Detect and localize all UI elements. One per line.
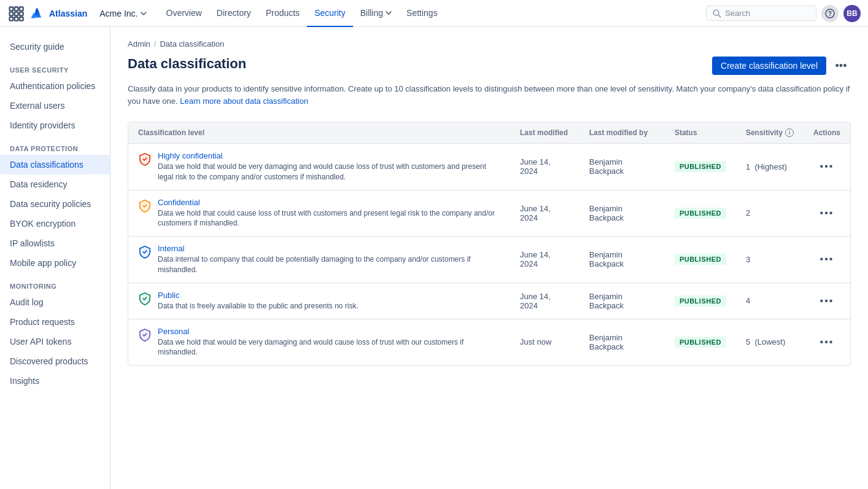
top-navigation: Atlassian Acme Inc. Overview Directory P… <box>0 0 868 27</box>
classification-desc: Data we hold that would be very damaging… <box>158 337 500 358</box>
svg-line-10 <box>718 15 721 17</box>
th-last-modified: Last modified <box>510 122 579 144</box>
cell-status: PUBLISHED <box>665 237 736 283</box>
nav-item-settings[interactable]: Settings <box>399 0 445 27</box>
breadcrumb-separator: / <box>154 39 157 49</box>
page-title: Data classification <box>128 56 246 72</box>
cell-status: PUBLISHED <box>665 319 736 365</box>
create-classification-button[interactable]: Create classification level <box>712 57 826 75</box>
cell-sensitivity: 5 (Lowest) <box>736 319 804 365</box>
classification-info: Highly confidential Data we hold that wo… <box>158 151 500 182</box>
cell-classification: Confidential Data we hold that could cau… <box>128 190 510 237</box>
row-actions-button[interactable]: ••• <box>816 293 838 309</box>
grid-icon[interactable] <box>7 5 25 22</box>
cell-last-modified-by: Benjamin Backpack <box>579 283 665 319</box>
shield-icon-yellow <box>138 199 152 214</box>
cell-sensitivity: 1 (Highest) <box>736 144 804 190</box>
classification-name[interactable]: Public <box>158 291 358 300</box>
sidebar-item-mobile-app-policy[interactable]: Mobile app policy <box>0 253 110 273</box>
logo-area: Atlassian <box>7 5 87 22</box>
cell-status: PUBLISHED <box>665 283 736 319</box>
status-badge: PUBLISHED <box>675 337 726 348</box>
th-actions: Actions <box>804 122 850 144</box>
shield-icon-purple <box>138 328 152 343</box>
sidebar-item-identity-providers[interactable]: Identity providers <box>0 115 110 135</box>
sidebar-item-data-residency[interactable]: Data residency <box>0 174 110 194</box>
row-actions-button[interactable]: ••• <box>816 334 838 350</box>
svg-rect-1 <box>15 7 18 10</box>
classification-info: Internal Data internal to company that c… <box>158 244 500 275</box>
cell-last-modified: Just now <box>510 319 579 365</box>
nav-item-overview[interactable]: Overview <box>159 0 209 27</box>
table-header: Classification level Last modified Last … <box>128 122 850 144</box>
avatar[interactable]: BB <box>843 5 861 22</box>
classification-name[interactable]: Personal <box>158 327 500 336</box>
table-row: Confidential Data we hold that could cau… <box>128 190 850 237</box>
sidebar-item-data-classifications[interactable]: Data classifications <box>0 155 110 174</box>
sidebar-section-data-protection: Data Protection <box>0 135 110 155</box>
breadcrumb-admin[interactable]: Admin <box>128 39 150 49</box>
classification-info: Public Data that is freely available to … <box>158 291 358 311</box>
search-placeholder: Search <box>725 9 750 18</box>
atlassian-logo <box>28 5 45 22</box>
sidebar-item-external-users[interactable]: External users <box>0 96 110 115</box>
brand-name: Atlassian <box>49 9 87 18</box>
th-last-modified-by: Last modified by <box>579 122 665 144</box>
svg-text:?: ? <box>828 10 832 17</box>
sidebar-item-ip-allowlists[interactable]: IP allowlists <box>0 233 110 253</box>
row-actions-button[interactable]: ••• <box>816 158 838 174</box>
cell-actions: ••• <box>804 283 850 319</box>
search-box[interactable]: Search <box>706 6 816 21</box>
status-badge: PUBLISHED <box>675 254 726 265</box>
sidebar-item-authentication-policies[interactable]: Authentication policies <box>0 76 110 96</box>
table-row: Personal Data we hold that would be very… <box>128 319 850 365</box>
more-options-button[interactable]: ••• <box>831 56 851 76</box>
sensitivity-info-icon[interactable]: i <box>785 128 794 137</box>
cell-classification: Personal Data we hold that would be very… <box>128 319 510 365</box>
cell-sensitivity: 2 <box>736 190 804 237</box>
cell-classification: Internal Data internal to company that c… <box>128 237 510 283</box>
header-actions: Create classification level ••• <box>712 56 851 76</box>
cell-status: PUBLISHED <box>665 144 736 190</box>
learn-more-link[interactable]: Learn more about data classification <box>180 96 308 106</box>
company-selector[interactable]: Acme Inc. <box>95 6 151 21</box>
th-status: Status <box>665 122 736 144</box>
cell-last-modified-by: Benjamin Backpack <box>579 144 665 190</box>
nav-item-security[interactable]: Security <box>307 0 353 27</box>
classification-desc: Data internal to company that could be p… <box>158 254 500 275</box>
row-actions-button[interactable]: ••• <box>816 205 838 221</box>
help-button[interactable]: ? <box>821 5 839 22</box>
sidebar-item-user-api-tokens[interactable]: User API tokens <box>0 332 110 351</box>
status-badge: PUBLISHED <box>675 161 726 172</box>
classification-info: Confidential Data we hold that could cau… <box>158 198 500 229</box>
svg-rect-4 <box>15 12 18 15</box>
page-description: Classify data in your products to identi… <box>128 83 851 107</box>
cell-last-modified: June 14, 2024 <box>510 190 579 237</box>
page-layout: Security guide User Security Authenticat… <box>0 27 868 489</box>
nav-item-products[interactable]: Products <box>258 0 307 27</box>
svg-rect-0 <box>10 7 14 10</box>
status-badge: PUBLISHED <box>675 208 726 219</box>
company-name: Acme Inc. <box>99 9 138 18</box>
sidebar-item-byok-encryption[interactable]: BYOK encryption <box>0 214 110 233</box>
nav-item-billing[interactable]: Billing <box>353 0 399 27</box>
sidebar-item-insights[interactable]: Insights <box>0 371 110 391</box>
cell-last-modified: June 14, 2024 <box>510 237 579 283</box>
sidebar-item-product-requests[interactable]: Product requests <box>0 312 110 332</box>
sidebar-item-audit-log[interactable]: Audit log <box>0 292 110 312</box>
classification-name[interactable]: Confidential <box>158 198 500 207</box>
search-icon <box>713 9 721 18</box>
sidebar-item-data-security-policies[interactable]: Data security policies <box>0 194 110 214</box>
table-row: Internal Data internal to company that c… <box>128 237 850 283</box>
classification-name[interactable]: Internal <box>158 244 500 253</box>
cell-status: PUBLISHED <box>665 190 736 237</box>
sidebar-item-discovered-products[interactable]: Discovered products <box>0 351 110 371</box>
cell-classification: Highly confidential Data we hold that wo… <box>128 144 510 190</box>
classification-name[interactable]: Highly confidential <box>158 151 500 160</box>
main-nav: Overview Directory Products Security Bil… <box>159 0 704 27</box>
sidebar-item-security-guide[interactable]: Security guide <box>0 37 110 57</box>
nav-item-directory[interactable]: Directory <box>209 0 258 27</box>
classification-desc: Data that is freely available to the pub… <box>158 301 358 311</box>
row-actions-button[interactable]: ••• <box>816 251 838 267</box>
th-sensitivity: Sensitivity i <box>736 122 804 144</box>
